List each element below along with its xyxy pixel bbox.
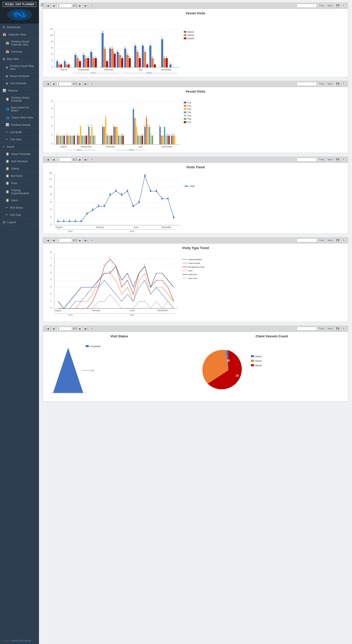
sidebar-item-users[interactable]: 📋 Users <box>0 197 39 204</box>
sidebar-item-vessel-schedule-map[interactable]: ◉ Vessel Schedule <box>0 72 39 80</box>
svg-text:1: 1 <box>137 133 138 135</box>
next-btn-2[interactable]: ▶ <box>78 82 82 86</box>
sidebar-item-vessel-sched[interactable]: 📋 Vessel Schedule <box>0 150 39 158</box>
sidebar-item-clients[interactable]: 📋 Clients <box>0 165 39 172</box>
svg-text:9: 9 <box>115 189 116 191</box>
refresh-btn-1[interactable]: ↻ <box>90 4 94 8</box>
sidebar-item-visit-schedule-map[interactable]: ◉ Visit Schedule <box>0 80 39 87</box>
next-btn-1[interactable]: ▶ <box>78 4 82 8</box>
find-next-btn-4[interactable]: Next <box>326 238 334 242</box>
find-input-2[interactable] <box>297 82 317 86</box>
sidebar-item-trainer-wise[interactable]: 👥 Trainer Wise Visits <box>0 114 39 121</box>
sidebar-item-pending-vessels[interactable]: 📊 Pending Vessels <box>0 121 39 129</box>
last-btn-1[interactable]: ▶| <box>83 4 89 8</box>
refresh-btn-2[interactable]: ↻ <box>90 82 94 86</box>
prev-btn-2[interactable]: ◀ <box>51 82 56 86</box>
find-next-btn-5[interactable]: Next <box>326 327 334 331</box>
next-btn-5[interactable]: ▶ <box>78 327 82 331</box>
svg-rect-163 <box>105 118 106 144</box>
export-btn-3[interactable]: 💾 <box>335 158 340 162</box>
hamburger-button[interactable]: ☰ <box>40 3 44 7</box>
page-input-5[interactable] <box>57 327 72 331</box>
sidebar-label-visit-map: Visit Schedule <box>10 82 26 85</box>
svg-rect-49 <box>95 58 97 67</box>
svg-text:←————— 2016 ————→: ←————— 2016 ————→ <box>115 149 146 151</box>
main-content: |◀ ◀ of 1 ▶ ▶| ↻ Find Next 💾 ↻ Vessel Vi… <box>39 0 352 644</box>
sidebar-item-training-super[interactable]: 📋 Training Superintendent <box>0 187 39 197</box>
sidebar-item-dashboard[interactable]: ⊞ Dashboard <box>0 24 39 31</box>
export-btn-2[interactable]: 💾 <box>335 82 340 86</box>
last-btn-4[interactable]: ▶| <box>83 238 89 242</box>
last-btn-5[interactable]: ▶| <box>83 327 89 331</box>
sidebar-item-map-view[interactable]: ◉ Map View <box>0 55 39 63</box>
svg-text:Internal Audit: Internal Audit <box>188 262 200 264</box>
sidebar-item-summary[interactable]: 📅 Summary <box>0 48 39 55</box>
prev-btn-5[interactable]: ◀ <box>51 327 56 331</box>
refresh-btn-5[interactable]: ↻ <box>90 327 94 331</box>
prev-btn-3[interactable]: ◀ <box>51 158 56 162</box>
sidebar-item-ports[interactable]: 📋 Ports <box>0 180 39 187</box>
prev-btn-1[interactable]: ◀ <box>51 4 56 8</box>
print-btn-4[interactable]: ↻ <box>341 238 346 242</box>
next-btn-3[interactable]: ▶ <box>78 158 82 162</box>
refresh-btn-3[interactable]: ↻ <box>90 158 94 162</box>
first-page-btn-3[interactable]: |◀ <box>45 158 50 162</box>
find-next-btn-2[interactable]: Next <box>326 82 334 86</box>
print-btn-5[interactable]: ↻ <box>341 327 346 331</box>
export-btn-4[interactable]: 💾 <box>335 238 340 242</box>
export-btn-1[interactable]: 💾 <box>335 4 340 8</box>
find-input-5[interactable] <box>297 327 317 331</box>
find-next-btn-1[interactable]: Next <box>326 4 334 8</box>
find-btn-5[interactable]: Find <box>318 327 325 331</box>
page-input-2[interactable] <box>57 82 72 86</box>
last-btn-2[interactable]: ▶| <box>83 82 89 86</box>
sidebar-item-logout[interactable]: ⏻ Logout <box>0 219 39 226</box>
sidebar-item-my-fleets[interactable]: 📋 My Fleets <box>0 172 39 180</box>
find-input-4[interactable] <box>297 238 317 242</box>
export-btn-5[interactable]: 💾 <box>335 327 340 331</box>
footer-link[interactable]: Vessel Visit Planner <box>11 639 31 642</box>
find-input-1[interactable] <box>297 4 317 8</box>
sidebar-item-days-spent[interactable]: 👥 Days Spent On Board <box>0 104 39 114</box>
find-next-btn-3[interactable]: Next <box>326 158 334 162</box>
find-btn-4[interactable]: Find <box>318 238 325 242</box>
first-page-btn-4[interactable]: |◀ <box>45 238 50 242</box>
refresh-btn-4[interactable]: ↻ <box>90 238 94 242</box>
svg-rect-135 <box>64 136 65 144</box>
sidebar-item-pending-calendar[interactable]: 📅 Pending Vessel Calendar View <box>0 38 39 48</box>
sidebar-item-calendar-view[interactable]: 📅 Calendar View <box>0 31 39 38</box>
sidebar-item-reports[interactable]: 📊 Reports <box>0 87 39 94</box>
svg-text:1: 1 <box>66 133 67 135</box>
sidebar-item-pending-map[interactable]: ◉ Pending Vessel Map View <box>0 63 39 72</box>
sidebar-item-pending-schedule[interactable]: 📋 Pending Vessel Schedule <box>0 94 39 104</box>
find-btn-1[interactable]: Find <box>318 4 325 8</box>
sidebar-item-visit-sched[interactable]: 📋 Visit Schedule <box>0 158 39 165</box>
chart-title-2: Vessel Visits <box>47 90 344 93</box>
print-btn-1[interactable]: ↻ <box>341 4 346 8</box>
find-input-3[interactable] <box>297 158 317 162</box>
sidebar-item-tree-view[interactable]: ✏ Tree View <box>0 136 39 143</box>
sidebar-item-last-audit[interactable]: ✏ Last Audit <box>0 129 39 136</box>
page-input-3[interactable] <box>57 158 72 162</box>
print-btn-2[interactable]: ↻ <box>341 82 346 86</box>
find-btn-3[interactable]: Find <box>318 158 325 162</box>
next-btn-4[interactable]: ▶ <box>78 238 82 242</box>
svg-rect-41 <box>85 58 87 67</box>
prev-btn-4[interactable]: ◀ <box>51 238 56 242</box>
first-page-btn-2[interactable]: |◀ <box>45 82 50 86</box>
first-page-btn-1[interactable]: |◀ <box>45 4 50 8</box>
sidebar-item-inputs[interactable]: ✏ Inputs <box>0 143 39 150</box>
sidebar-item-visit-type[interactable]: ✏ Visit Type <box>0 211 39 219</box>
chart-container-2: Vessel Visits 0 1 2 3 4 5 <box>43 87 348 153</box>
last-btn-3[interactable]: ▶| <box>83 158 89 162</box>
svg-text:19: 19 <box>235 374 238 377</box>
first-page-btn-5[interactable]: |◀ <box>45 327 50 331</box>
page-input-1[interactable] <box>57 4 72 8</box>
page-input-4[interactable] <box>57 238 72 242</box>
svg-rect-110 <box>184 34 186 36</box>
print-btn-3[interactable]: ↻ <box>341 158 346 162</box>
svg-text:1: 1 <box>122 133 123 135</box>
sidebar-item-visit-status[interactable]: ✏ Visit Status <box>0 204 39 211</box>
svg-text:6: 6 <box>50 200 52 203</box>
find-btn-2[interactable]: Find <box>318 82 325 86</box>
